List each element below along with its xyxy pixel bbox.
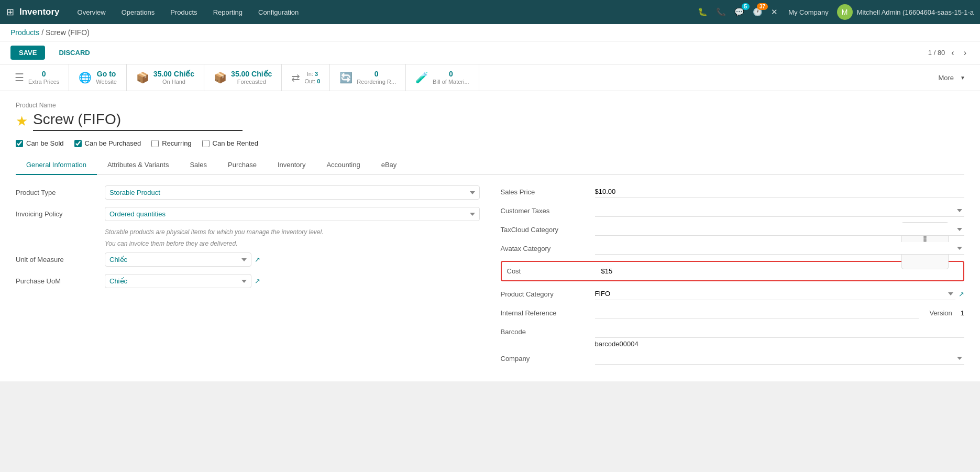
on-hand-value: 35.00 Chiếc [153,70,194,78]
nav-configuration[interactable]: Configuration [251,0,306,24]
tab-general-information[interactable]: General Information [16,156,97,175]
activity-icon[interactable]: 🕐37 [751,5,765,19]
customer-taxes-row: Customer Taxes [501,204,965,217]
hint-storable: Storable products are physical items for… [105,228,480,236]
internal-reference-row: Internal Reference Version 1 [501,306,965,319]
invoicing-policy-select-wrap: Ordered quantities Delivered quantities [105,207,480,221]
bom-label: Bill of Materi... [433,78,469,85]
chat-badge: 5 [742,3,750,10]
cost-label: Cost [507,267,596,275]
company-label: Company [501,355,590,363]
bug-icon[interactable]: 🐛 [696,5,710,19]
bom-btn[interactable]: 🧪 0 Bill of Materi... [406,64,479,91]
product-header: Product Name ★ Screw (FIFO) [16,102,964,131]
sales-price-value [595,185,965,198]
forecasted-btn[interactable]: 📦 35.00 Chiếc Forecasted [204,64,282,91]
product-category-select-wrap: FIFO ↗ [595,288,965,300]
out-value: 0 [317,78,320,84]
tab-attributes-variants[interactable]: Attributes & Variants [97,156,180,175]
product-type-label: Product Type [16,185,100,196]
save-button[interactable]: SAVE [10,46,45,60]
barcode-input[interactable] [595,325,965,338]
uom-external-link-icon[interactable]: ↗ [255,256,260,264]
globe-icon: 🌐 [79,71,92,84]
tab-inventory[interactable]: Inventory [267,156,316,175]
product-type-select-wrap: Storable Product Consumable Service [105,185,480,200]
sales-price-input[interactable] [595,185,965,198]
sales-price-row: Sales Price [501,185,965,198]
nav-reporting[interactable]: Reporting [206,0,250,24]
tab-ebay[interactable]: eBay [371,156,408,175]
nav-items: Overview Operations Products Reporting C… [70,0,696,24]
tab-accounting[interactable]: Accounting [316,156,370,175]
product-category-external-link-icon[interactable]: ↗ [959,290,964,298]
on-hand-btn[interactable]: 📦 35.00 Chiếc On Hand [127,64,204,91]
go-to-website-btn[interactable]: 🌐 Go to Website [69,64,127,91]
purchase-uom-row: Purchase UoM Chiếc ↗ [16,274,480,288]
version-value: 1 [961,309,964,317]
company-row: Company [501,352,965,365]
product-name-input[interactable]: Screw (FIFO) [33,111,243,131]
nav-overview[interactable]: Overview [70,0,113,24]
favorite-star-icon[interactable]: ★ [16,113,28,129]
uom-select[interactable]: Chiếc [105,253,251,267]
company-select[interactable] [595,352,965,365]
purchase-uom-select[interactable]: Chiếc [105,274,251,288]
purchase-uom-label: Purchase UoM [16,274,100,285]
extra-prices-btn[interactable]: ☰ 0 Extra Prices [5,64,69,91]
user-name: Mitchell Admin (16604604-saas-15-1-a [857,8,974,16]
pagination-text: 1 / 80 [928,49,945,57]
go-to-website-label: Website [96,78,117,85]
purchase-uom-external-link-icon[interactable]: ↗ [255,277,260,285]
forecast-icon: 📦 [214,71,227,84]
extra-prices-label: Extra Prices [28,78,59,85]
flask-icon: 🧪 [415,71,428,84]
reordering-value: 0 [357,70,396,78]
customer-taxes-label: Customer Taxes [501,207,590,215]
product-name-row: ★ Screw (FIFO) [16,111,964,131]
can-be-rented-checkbox[interactable]: Can be Rented [202,139,258,147]
can-be-sold-checkbox[interactable]: Can be Sold [16,139,64,147]
refresh-icon: 🔄 [339,71,353,84]
product-type-row: Product Type Storable Product Consumable… [16,185,480,200]
internal-reference-input[interactable] [595,306,919,319]
transfer-icon: ⇄ [291,71,300,84]
customer-taxes-select[interactable] [595,204,965,217]
breadcrumb-parent[interactable]: Products [10,28,39,37]
barcode-display-row: barcode00004 [501,340,965,348]
product-category-select[interactable]: FIFO [595,288,956,300]
breadcrumb: Products / Screw (FIFO) [0,24,980,41]
chat-icon[interactable]: 💬5 [732,5,746,19]
product-category-row: Product Category FIFO ↗ [501,288,965,300]
product-type-select[interactable]: Storable Product Consumable Service [105,185,480,200]
invoicing-policy-select[interactable]: Ordered quantities Delivered quantities [105,207,480,221]
stat-bar: ☰ 0 Extra Prices 🌐 Go to Website 📦 35.00… [0,64,980,91]
hint-invoice: You can invoice them before they are del… [105,240,480,247]
recurring-checkbox[interactable]: Recurring [151,139,191,147]
nav-products[interactable]: Products [163,0,204,24]
in-out-btn[interactable]: ⇄ In: 3 Out: 0 [282,64,330,91]
reordering-label: Reordering R... [357,78,396,85]
more-btn[interactable]: More ▼ [929,64,975,91]
tab-sales[interactable]: Sales [179,156,217,175]
invoicing-policy-row: Invoicing Policy Ordered quantities Deli… [16,207,480,221]
next-button[interactable]: › [961,47,970,59]
avatax-label: Avatax Category [501,245,590,253]
phone-icon[interactable]: 📞 [714,5,728,19]
tab-purchase[interactable]: Purchase [217,156,267,175]
grid-menu-icon[interactable]: ⊞ [6,6,14,18]
can-be-purchased-checkbox[interactable]: Can be Purchased [74,139,141,147]
taxcloud-select[interactable] [595,223,965,236]
internal-reference-value [595,306,919,319]
avatar[interactable]: M [837,4,853,20]
taxcloud-label: TaxCloud Category [501,226,590,234]
avatax-select[interactable] [595,242,965,255]
discard-button[interactable]: DISCARD [50,46,98,60]
close-icon[interactable]: ✕ [769,5,780,19]
nav-operations[interactable]: Operations [114,0,162,24]
reordering-btn[interactable]: 🔄 0 Reordering R... [330,64,406,91]
barcode-row: Barcode [501,325,965,338]
uom-label: Unit of Measure [16,253,100,264]
version-label: Version [929,309,952,317]
prev-button[interactable]: ‹ [948,47,957,59]
